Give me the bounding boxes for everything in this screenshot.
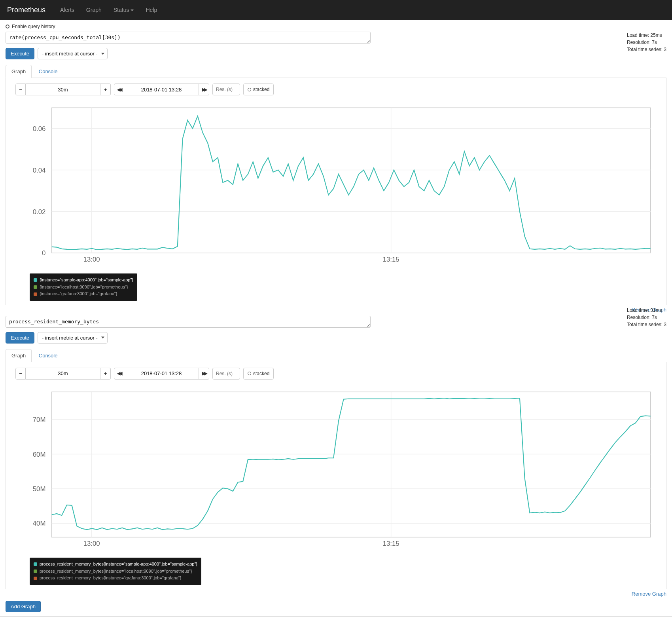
time-back-button[interactable]: ◀◀ (114, 368, 124, 380)
svg-text:13:00: 13:00 (83, 256, 100, 263)
expression-input[interactable]: rate(process_cpu_seconds_total[30s]) (6, 32, 371, 44)
legend-label: {instance="grafana:3000",job="grafana"} (40, 290, 117, 298)
legend-item[interactable]: {instance="localhost:9090",job="promethe… (34, 284, 133, 291)
radio-icon (248, 372, 251, 375)
tab-console[interactable]: Console (33, 349, 63, 362)
legend-label: process_resident_memory_bytes{instance="… (40, 568, 192, 575)
chart: 40M50M60M70M13:0013:15 (15, 386, 657, 555)
time-forward-button[interactable]: ▶▶ (199, 368, 209, 380)
stat-series: Total time series: 3 (627, 321, 666, 328)
legend: process_resident_memory_bytes{instance="… (30, 558, 201, 585)
svg-text:70M: 70M (33, 416, 46, 423)
stat-load-time: Load time: 25ms (627, 32, 666, 39)
execute-button[interactable]: Execute (6, 332, 34, 344)
legend-item[interactable]: process_resident_memory_bytes{instance="… (34, 575, 197, 582)
time-input[interactable] (124, 84, 199, 95)
range-increase-button[interactable]: + (100, 84, 111, 95)
radio-icon (6, 25, 9, 28)
range-group: − + (15, 368, 111, 380)
time-group: ◀◀ ▶▶ (114, 368, 209, 380)
legend-swatch (34, 292, 37, 296)
legend-swatch (34, 562, 37, 566)
legend-swatch (34, 285, 37, 289)
legend-label: {instance="localhost:9090",job="promethe… (40, 284, 128, 291)
stat-load-time: Load time: 31ms (627, 307, 666, 314)
svg-text:50M: 50M (33, 485, 46, 493)
execute-button[interactable]: Execute (6, 48, 34, 59)
svg-text:40M: 40M (33, 520, 46, 527)
navbar: Prometheus Alerts Graph Status Help (0, 0, 672, 20)
nav-alerts[interactable]: Alerts (54, 7, 80, 13)
svg-rect-0 (52, 108, 651, 253)
range-decrease-button[interactable]: − (15, 368, 26, 380)
legend-label: process_resident_memory_bytes{instance="… (40, 561, 197, 568)
range-input[interactable] (26, 84, 100, 95)
result-tabs: Graph Console (6, 349, 666, 362)
svg-text:13:00: 13:00 (83, 540, 100, 547)
rewind-icon: ◀◀ (117, 87, 121, 92)
svg-rect-13 (52, 392, 651, 537)
legend-swatch (34, 570, 37, 573)
range-group: − + (15, 84, 111, 95)
svg-text:0: 0 (42, 249, 45, 257)
legend-item[interactable]: {instance="sample-app:4000",job="sample-… (34, 277, 133, 284)
expression-input[interactable]: process_resident_memory_bytes (6, 316, 371, 328)
radio-icon (248, 88, 251, 91)
legend-item[interactable]: process_resident_memory_bytes{instance="… (34, 561, 197, 568)
legend-swatch (34, 278, 37, 282)
stat-resolution: Resolution: 7s (627, 314, 666, 321)
tab-console[interactable]: Console (33, 65, 63, 78)
metric-select[interactable]: - insert metric at cursor - (38, 48, 108, 59)
result-tabs: Graph Console (6, 65, 666, 78)
chart: 00.020.040.0613:0013:15 (15, 102, 657, 271)
legend-label: process_resident_memory_bytes{instance="… (40, 575, 182, 582)
query-stats: Load time: 25ms Resolution: 7s Total tim… (627, 32, 666, 53)
time-back-button[interactable]: ◀◀ (114, 84, 124, 95)
legend-item[interactable]: {instance="grafana:3000",job="grafana"} (34, 290, 133, 298)
stat-series: Total time series: 3 (627, 46, 666, 53)
query-stats: Load time: 31ms Resolution: 7s Total tim… (627, 307, 666, 328)
svg-text:0.06: 0.06 (33, 125, 46, 133)
remove-graph-link[interactable]: Remove Graph (632, 591, 666, 597)
rewind-icon: ◀◀ (117, 371, 121, 376)
tab-graph[interactable]: Graph (6, 349, 32, 362)
time-input[interactable] (124, 368, 199, 380)
tab-graph[interactable]: Graph (6, 65, 32, 78)
stat-resolution: Resolution: 7s (627, 39, 666, 46)
svg-text:0.02: 0.02 (33, 208, 46, 216)
nav-help[interactable]: Help (140, 7, 163, 13)
legend-swatch (34, 577, 37, 580)
forward-icon: ▶▶ (202, 87, 206, 92)
enable-history-toggle[interactable]: Enable query history (6, 24, 666, 29)
range-increase-button[interactable]: + (100, 368, 111, 380)
time-forward-button[interactable]: ▶▶ (199, 84, 209, 95)
stacked-toggle[interactable]: stacked (243, 368, 274, 380)
legend: {instance="sample-app:4000",job="sample-… (30, 273, 137, 301)
forward-icon: ▶▶ (202, 371, 206, 376)
resolution-input[interactable] (212, 368, 240, 380)
legend-label: {instance="sample-app:4000",job="sample-… (40, 277, 133, 284)
nav-graph[interactable]: Graph (80, 7, 108, 13)
range-decrease-button[interactable]: − (15, 84, 26, 95)
svg-text:13:15: 13:15 (383, 256, 399, 263)
nav-status[interactable]: Status (108, 7, 140, 13)
enable-history-label: Enable query history (12, 24, 55, 29)
time-group: ◀◀ ▶▶ (114, 84, 209, 95)
range-input[interactable] (26, 368, 100, 380)
legend-item[interactable]: process_resident_memory_bytes{instance="… (34, 568, 197, 575)
svg-text:0.04: 0.04 (33, 167, 46, 174)
stacked-toggle[interactable]: stacked (243, 84, 274, 95)
chevron-down-icon (131, 9, 134, 11)
svg-text:13:15: 13:15 (383, 540, 399, 547)
add-graph-button[interactable]: Add Graph (6, 601, 41, 612)
resolution-input[interactable] (212, 84, 240, 95)
brand[interactable]: Prometheus (7, 6, 45, 14)
metric-select[interactable]: - insert metric at cursor - (38, 332, 108, 344)
svg-text:60M: 60M (33, 451, 46, 458)
